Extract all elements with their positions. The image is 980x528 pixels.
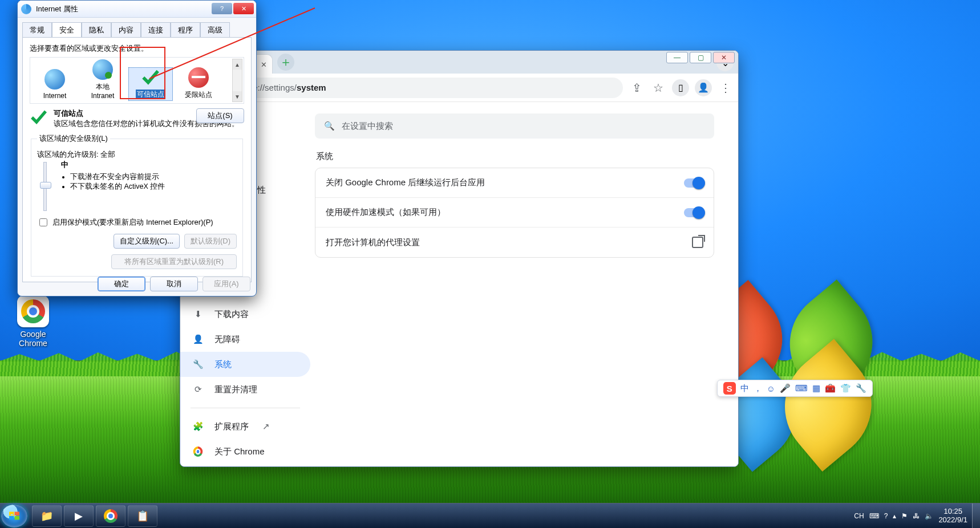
- internet-options-dialog: Internet 属性 ? ✕ 常规 安全 隐私 内容 连接 程序 高级 选择要…: [17, 0, 257, 297]
- setting-label: 使用硬件加速模式（如果可用）: [326, 207, 446, 218]
- start-button[interactable]: [1, 505, 27, 527]
- tab-general[interactable]: 常规: [22, 22, 52, 38]
- clock-time: 10:25: [938, 507, 967, 516]
- sidebar-item-label: 关于 Chrome: [214, 446, 265, 457]
- ime-grid-icon[interactable]: ▦: [812, 383, 820, 393]
- tab-privacy[interactable]: 隐私: [82, 22, 111, 38]
- tray-keyboard-icon[interactable]: ⌨: [869, 512, 879, 520]
- menu-icon[interactable]: ⋮: [718, 81, 734, 95]
- sidebar-item-extensions[interactable]: 🧩 扩展程序 ↗: [180, 414, 310, 439]
- security-level-group: 该区域的安全级别(L) 该区域的允许级别: 全部 中 下载潜在不安全内容前提示 …: [31, 133, 243, 277]
- zone-label: 受限站点: [176, 90, 221, 100]
- ime-toolbar[interactable]: S 中 ， ☺ 🎤 ⌨ ▦ 🧰 👕 🔧: [717, 380, 873, 397]
- share-icon[interactable]: ⇪: [629, 81, 645, 95]
- scroll-up-icon[interactable]: ▲: [233, 59, 242, 70]
- setting-row-proxy[interactable]: 打开您计算机的代理设置: [315, 227, 714, 257]
- ime-tool-icon[interactable]: 🧰: [825, 383, 836, 393]
- taskbar-explorer[interactable]: 📁: [32, 505, 62, 527]
- sidebar-item-label: 系统: [214, 359, 232, 370]
- ime-wrench-icon[interactable]: 🔧: [856, 383, 866, 393]
- protected-mode-label: 启用保护模式(要求重新启动 Internet Explorer)(P): [52, 217, 213, 228]
- sidebar-item-reset[interactable]: ⟳ 重置并清理: [180, 377, 310, 402]
- new-tab-button[interactable]: ＋: [277, 54, 294, 71]
- bookmark-icon[interactable]: ☆: [650, 81, 666, 95]
- tray-clock[interactable]: 10:25 2022/9/1: [938, 507, 967, 525]
- setting-row-background-apps: 关闭 Google Chrome 后继续运行后台应用: [315, 168, 714, 197]
- panel-icon[interactable]: ▯: [672, 79, 689, 96]
- sidebar-item-label: 重置并清理: [214, 384, 257, 395]
- tray-volume-icon[interactable]: 🔈: [925, 512, 933, 520]
- chrome-icon: [104, 509, 118, 523]
- tray-network-icon[interactable]: 🖧: [913, 512, 920, 520]
- sidebar-item-accessibility[interactable]: 👤 无障碍: [180, 327, 310, 352]
- close-button[interactable]: ✕: [233, 3, 254, 14]
- ime-keyboard-icon[interactable]: ⌨: [795, 383, 808, 393]
- tray-flag-icon[interactable]: ⚑: [901, 512, 908, 520]
- chrome-tabstrip: 频道 ✕ ⚙ 设置 ✕ ＋ ⌄: [180, 51, 738, 74]
- toggle-hw-accel[interactable]: [684, 208, 703, 217]
- clock-date: 2022/9/1: [938, 516, 967, 525]
- reset-icon: ⟳: [192, 384, 204, 395]
- sidebar-item-about[interactable]: 关于 Chrome: [180, 439, 310, 464]
- zone-restricted-sites[interactable]: 受限站点: [176, 67, 221, 101]
- ime-cloth-icon[interactable]: 👕: [840, 383, 851, 393]
- accessibility-icon: 👤: [192, 334, 204, 344]
- tab-connections[interactable]: 连接: [141, 22, 171, 38]
- sites-button[interactable]: 站点(S): [196, 108, 244, 123]
- cancel-button[interactable]: 取消: [150, 277, 198, 291]
- level-bullet: 下载潜在不安全内容前提示: [70, 172, 165, 182]
- maximize-button[interactable]: ▢: [690, 52, 711, 63]
- ie-title-text: Internet 属性: [36, 4, 78, 14]
- taskbar-media-player[interactable]: ▶: [64, 505, 94, 527]
- tab-programs[interactable]: 程序: [171, 22, 200, 38]
- tab-security[interactable]: 安全: [52, 22, 82, 38]
- minimize-button[interactable]: —: [666, 52, 688, 63]
- desktop: Google Chrome — ▢ ✕ 频道 ✕ ⚙ 设置 ✕ ＋ ⌄ Chro…: [0, 0, 980, 528]
- check-icon: [30, 108, 48, 129]
- open-external-icon: ↗: [262, 421, 270, 432]
- help-button[interactable]: ?: [212, 3, 232, 14]
- security-level-legend: 该区域的安全级别(L): [37, 133, 110, 144]
- tray-help-icon[interactable]: ?: [884, 512, 888, 520]
- close-icon[interactable]: ✕: [258, 59, 269, 70]
- taskbar-chrome[interactable]: [96, 505, 125, 527]
- sidebar-item-system[interactable]: 🔧 系统: [180, 352, 310, 377]
- close-button[interactable]: ✕: [713, 52, 735, 63]
- tab-content[interactable]: 内容: [111, 22, 141, 38]
- tab-advanced[interactable]: 高级: [200, 22, 230, 38]
- wrench-icon: 🔧: [192, 359, 204, 369]
- zone-local-intranet[interactable]: 本地Intranet: [80, 59, 125, 101]
- zone-scrollbar[interactable]: ▲ ▼: [232, 59, 242, 102]
- setting-label: 关闭 Google Chrome 后继续运行后台应用: [326, 177, 485, 188]
- zone-label: 本地Intranet: [80, 82, 125, 100]
- ime-punct-icon[interactable]: ，: [754, 383, 762, 394]
- system-tray: CH ⌨ ? ▴ ⚑ 🖧 🔈 10:25 2022/9/1: [849, 507, 972, 525]
- ime-face-icon[interactable]: ☺: [767, 384, 775, 393]
- sogou-icon[interactable]: S: [723, 382, 736, 395]
- security-level-slider[interactable]: [37, 160, 53, 211]
- ime-mic-icon[interactable]: 🎤: [780, 383, 791, 393]
- sidebar-item-downloads[interactable]: ⬇ 下载内容: [180, 302, 310, 327]
- ok-button[interactable]: 确定: [98, 277, 145, 291]
- settings-search-input[interactable]: 🔍 在设置中搜索: [315, 113, 714, 139]
- taskbar-notepad[interactable]: 📋: [128, 505, 157, 527]
- protected-mode-input[interactable]: [39, 218, 47, 226]
- toggle-background-apps[interactable]: [684, 178, 703, 188]
- setting-label: 打开您计算机的代理设置: [326, 237, 420, 248]
- custom-level-button[interactable]: 自定义级别(C)...: [114, 234, 180, 249]
- show-desktop-button[interactable]: [972, 503, 980, 529]
- security-level-allow: 该区域的允许级别: 全部: [37, 149, 237, 160]
- profile-avatar[interactable]: 👤: [695, 79, 712, 96]
- folder-icon: 📁: [41, 510, 53, 522]
- security-level-name: 中: [61, 160, 165, 170]
- scroll-down-icon[interactable]: ▼: [233, 91, 242, 101]
- desktop-icon-label: Google Chrome: [10, 330, 56, 348]
- desktop-icon-chrome[interactable]: Google Chrome: [10, 295, 56, 348]
- zone-internet[interactable]: Internet: [33, 69, 77, 101]
- ime-chinese-icon[interactable]: 中: [740, 383, 749, 394]
- protected-mode-checkbox[interactable]: 启用保护模式(要求重新启动 Internet Explorer)(P): [37, 217, 237, 228]
- settings-content: 🔍 在设置中搜索 系统 关闭 Google Chrome 后继续运行后台应用 使…: [310, 102, 738, 466]
- tray-chevron-icon[interactable]: ▴: [893, 512, 896, 520]
- ie-tabs: 常规 安全 隐私 内容 连接 程序 高级: [18, 18, 256, 37]
- tray-lang-indicator[interactable]: CH: [854, 512, 864, 520]
